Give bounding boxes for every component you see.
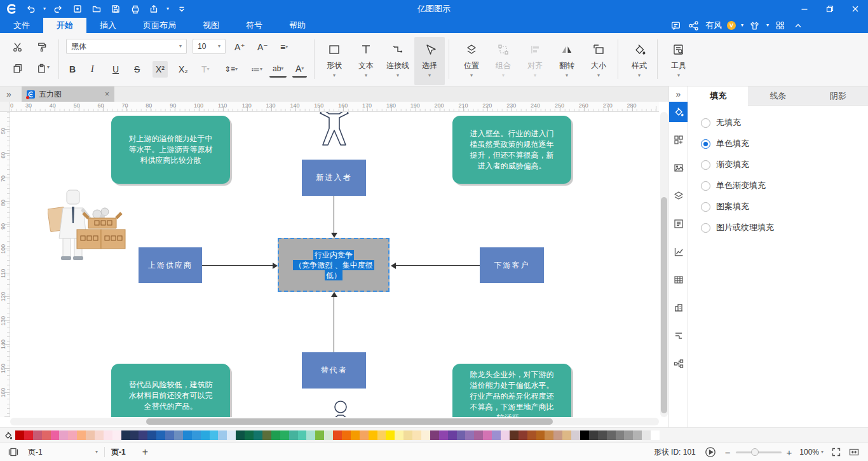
palette-color-swatch[interactable] <box>218 430 227 440</box>
palette-color-swatch[interactable] <box>369 430 377 440</box>
note-supplier-power[interactable]: 对上游的溢价能力处于中 等水平。上游沥青等原材 料供应商比较分散 <box>111 116 230 184</box>
palette-color-swatch[interactable] <box>51 430 60 440</box>
fill-option-2[interactable]: 渐变填充 <box>701 159 868 170</box>
theme-caret-icon[interactable]: ▾ <box>766 23 769 28</box>
node-new-entrants[interactable]: 新进入者 <box>302 160 366 196</box>
page-select-dropdown[interactable]: 页-1▾ <box>28 447 98 458</box>
radio-icon[interactable] <box>701 202 710 212</box>
menu-item-1[interactable]: 开始 <box>43 18 86 33</box>
decrease-font-button[interactable]: A⁻ <box>254 39 271 55</box>
fill-option-3[interactable]: 单色渐变填充 <box>701 180 868 191</box>
export-button[interactable] <box>147 3 160 15</box>
center-shape-industry-rivalry[interactable]: 行业内竞争 （竞争激烈 、集中度很 低） <box>278 238 390 292</box>
palette-color-swatch[interactable] <box>607 430 616 440</box>
palette-color-swatch[interactable] <box>351 430 360 440</box>
panel-tab-2[interactable]: 阴影 <box>808 86 868 106</box>
menu-item-5[interactable]: 符号 <box>233 18 276 33</box>
palette-color-swatch[interactable] <box>95 430 104 440</box>
export-caret-icon[interactable]: ▾ <box>166 6 169 11</box>
menu-item-4[interactable]: 视图 <box>189 18 233 33</box>
position-button[interactable]: 位置▾ <box>456 37 487 85</box>
palette-color-swatch[interactable] <box>598 430 607 440</box>
subscript-button[interactable]: X₂ <box>175 61 191 78</box>
close-button[interactable] <box>843 0 868 18</box>
style-button[interactable]: 样式▾ <box>624 37 654 85</box>
supplier-worker-illustration[interactable] <box>48 189 126 261</box>
chart-icon[interactable] <box>669 242 688 262</box>
font-family-select[interactable]: 黑体▾ <box>66 39 187 54</box>
tab-overflow-icon[interactable]: » <box>0 89 11 99</box>
radio-icon[interactable] <box>701 139 710 149</box>
palette-color-swatch[interactable] <box>527 430 536 440</box>
new-entrant-person-icon[interactable] <box>314 112 355 149</box>
palette-color-swatch[interactable] <box>210 430 219 440</box>
fullscreen-icon[interactable] <box>831 447 841 457</box>
palette-color-swatch[interactable] <box>33 430 42 440</box>
palette-color-swatch[interactable] <box>474 430 483 440</box>
palette-color-swatch[interactable] <box>403 430 412 440</box>
account-caret-icon[interactable]: ▾ <box>741 23 743 28</box>
radio-icon[interactable] <box>701 223 710 233</box>
text-align-button[interactable]: ≡▾ <box>277 39 291 55</box>
char-spacing-button[interactable]: ab▾ <box>269 61 287 78</box>
palette-color-swatch[interactable] <box>421 430 430 440</box>
arrow-top[interactable] <box>334 196 334 233</box>
palette-color-swatch[interactable] <box>165 430 174 440</box>
horizontal-scrollbar[interactable] <box>10 418 659 425</box>
palette-color-swatch[interactable] <box>333 430 342 440</box>
palette-color-swatch[interactable] <box>24 430 33 440</box>
tools-button[interactable]: 工具▾ <box>663 37 694 85</box>
palette-color-swatch[interactable] <box>536 430 545 440</box>
zoom-level-readout[interactable]: 100% <box>799 448 819 457</box>
palette-color-swatch[interactable] <box>298 430 307 440</box>
drawing-canvas[interactable]: 对上游的溢价能力处于中 等水平。上游沥青等原材 料供应商比较分散 进入壁垒。行业… <box>10 112 659 417</box>
palette-color-swatch[interactable] <box>395 430 403 440</box>
palette-color-swatch[interactable] <box>510 430 519 440</box>
palette-color-swatch[interactable] <box>77 430 86 440</box>
node-customers[interactable]: 下游客户 <box>480 247 544 283</box>
palette-color-swatch[interactable] <box>448 430 457 440</box>
palette-color-swatch[interactable] <box>139 430 147 440</box>
menu-item-2[interactable]: 插入 <box>86 18 130 33</box>
palette-color-swatch[interactable] <box>174 430 183 440</box>
cut-button[interactable] <box>9 38 25 55</box>
redo-button[interactable] <box>52 3 65 15</box>
vertical-scrollbar-thumb[interactable] <box>661 197 667 413</box>
symbol-library-icon[interactable] <box>669 130 688 150</box>
palette-color-swatch[interactable] <box>580 430 589 440</box>
palette-color-swatch[interactable] <box>59 430 68 440</box>
palette-color-swatch[interactable] <box>377 430 386 440</box>
menu-item-3[interactable]: 页面布局 <box>130 18 189 33</box>
palette-color-swatch[interactable] <box>465 430 474 440</box>
palette-color-swatch[interactable] <box>236 430 245 440</box>
palette-color-swatch[interactable] <box>633 430 642 440</box>
theme-shirt-icon[interactable] <box>749 19 761 32</box>
zoom-slider-thumb[interactable] <box>751 448 759 456</box>
line-spacing-button[interactable]: ⇕≡▾ <box>221 61 241 78</box>
underline-button[interactable]: U <box>109 61 122 78</box>
zoom-slider[interactable] <box>736 451 782 453</box>
layers-icon[interactable] <box>669 186 688 206</box>
palette-color-swatch[interactable] <box>430 430 439 440</box>
palette-color-swatch[interactable] <box>147 430 156 440</box>
palette-color-swatch[interactable] <box>519 430 527 440</box>
palette-color-swatch[interactable] <box>624 430 633 440</box>
account-name[interactable]: 有风 <box>705 20 722 31</box>
palette-color-swatch[interactable] <box>245 430 254 440</box>
palette-fill-icon[interactable] <box>0 430 15 440</box>
undo-button[interactable] <box>24 3 37 15</box>
palette-color-swatch[interactable] <box>483 430 492 440</box>
shape-tool-button[interactable]: 形状▾ <box>319 37 349 85</box>
palette-color-swatch[interactable] <box>201 430 210 440</box>
fill-option-4[interactable]: 图案填充 <box>701 201 868 212</box>
palette-color-swatch[interactable] <box>254 430 262 440</box>
play-presentation-icon[interactable] <box>705 446 716 458</box>
menu-item-0[interactable]: 文件 <box>0 18 43 33</box>
zoom-out-icon[interactable]: − <box>725 447 731 458</box>
connector-tool-button[interactable]: 连接线▾ <box>383 37 413 85</box>
palette-color-swatch[interactable] <box>42 430 51 440</box>
palette-color-swatch[interactable] <box>589 430 598 440</box>
bold-button[interactable]: B <box>66 61 79 78</box>
clipart-icon[interactable] <box>669 298 688 318</box>
radio-icon[interactable] <box>701 160 710 170</box>
